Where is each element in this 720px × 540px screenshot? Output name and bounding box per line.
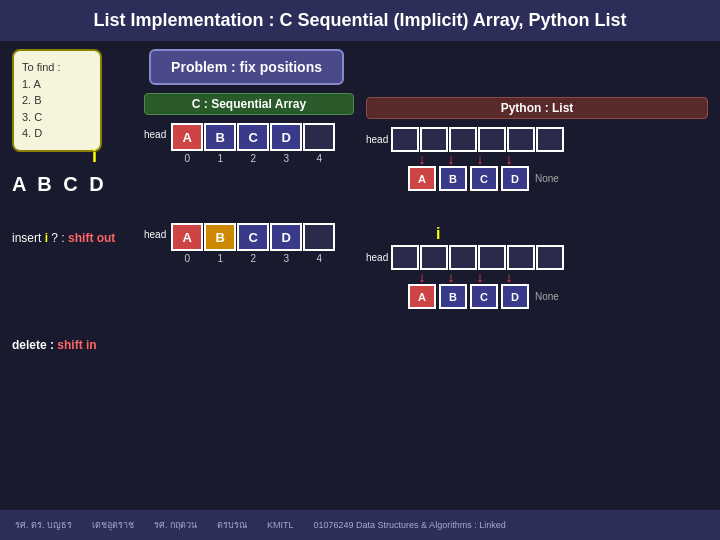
python-delete-section: i head ↓ ↓ ↓ ↓	[366, 225, 708, 309]
py-none-delete: None	[535, 291, 559, 302]
py-del-cell-D: D	[501, 284, 529, 309]
python-insert-section: head ↓ ↓ ↓ ↓ A B C	[366, 127, 708, 191]
footer-author2: เดชอุตราช	[92, 518, 134, 532]
py-none-insert: None	[535, 173, 559, 184]
footer-institution: KMITL	[267, 520, 294, 530]
py-head-insert: head	[366, 134, 388, 145]
py-cell-C: C	[470, 166, 498, 191]
scroll-box: To find : 1. A 2. B 3. C 4. D	[12, 49, 102, 152]
problem-box: Problem : fix positions	[149, 49, 344, 85]
head-label-delete: head	[144, 229, 166, 240]
python-list-label: Python : List	[366, 97, 708, 119]
py-head-delete: head	[366, 252, 388, 263]
cell-C-insert: C	[237, 123, 269, 151]
c-seq-label: C : Sequential Array	[144, 93, 354, 115]
cell-C-delete: C	[237, 223, 269, 251]
footer-author4: ตรบรณ	[217, 518, 247, 532]
cell-empty-delete	[303, 223, 335, 251]
insert-cells-row: A B C D	[171, 123, 335, 151]
footer-course: 01076249 Data Structures & Algorithms : …	[314, 520, 506, 530]
cell-D-insert: D	[270, 123, 302, 151]
py-delete-top-cells	[391, 245, 564, 270]
py-cell-B: B	[439, 166, 467, 191]
i-float-label: i	[92, 146, 132, 167]
insert-label: insert i ? : shift out	[12, 228, 132, 246]
insert-array: A B C D 0 1 2 3 4	[171, 123, 335, 164]
delete-cells-row: A B C D	[171, 223, 335, 251]
scroll-line4: 3. C	[22, 109, 92, 126]
scroll-line3: 2. B	[22, 92, 92, 109]
cell-A-delete: A	[171, 223, 203, 251]
cell-D-delete: D	[270, 223, 302, 251]
insert-section: head A B C D 0 1 2 3 4	[144, 123, 354, 164]
head-label-insert: head	[144, 129, 166, 140]
cell-A-insert: A	[171, 123, 203, 151]
cell-empty-insert	[303, 123, 335, 151]
py-i-label: i	[436, 225, 708, 243]
py-insert-arrows: ↓ ↓ ↓ ↓	[408, 152, 708, 166]
scroll-line2: 1. A	[22, 76, 92, 93]
py-del-cell-A: A	[408, 284, 436, 309]
py-delete-arrows: ↓ ↓ ↓ ↓	[408, 270, 708, 284]
py-insert-bottom-cells: A B C D None	[408, 166, 708, 191]
delete-section: head A B C D 0 1 2 3 4	[144, 223, 354, 264]
py-del-cell-B: B	[439, 284, 467, 309]
scroll-line5: 4. D	[22, 125, 92, 142]
cell-B-delete: B	[204, 223, 236, 251]
footer-author3: รศ. กฤตวน	[154, 518, 197, 532]
py-delete-head-row: head	[366, 245, 708, 270]
delete-label: delete : shift in	[12, 335, 132, 353]
left-panel: To find : 1. A 2. B 3. C 4. D i A B C D …	[12, 49, 132, 498]
page-header: List Implementation : C Sequential (Impl…	[0, 0, 720, 41]
py-insert-head-row: head	[366, 127, 708, 152]
center-panel: Problem : fix positions C : Sequential A…	[144, 49, 354, 498]
cell-B-insert: B	[204, 123, 236, 151]
delete-array: A B C D 0 1 2 3 4	[171, 223, 335, 264]
py-del-cell-C: C	[470, 284, 498, 309]
right-panel: Python : List head ↓ ↓ ↓ ↓	[366, 49, 708, 498]
delete-indices: 0 1 2 3 4	[171, 253, 335, 264]
py-delete-bottom-cells: A B C D None	[408, 284, 708, 309]
insert-indices: 0 1 2 3 4	[171, 153, 335, 164]
py-cell-A: A	[408, 166, 436, 191]
py-insert-top-cells	[391, 127, 564, 152]
py-cell-D: D	[501, 166, 529, 191]
abcd-label: A B C D	[12, 173, 132, 196]
footer: รศ. ดร. บญธร เดชอุตราช รศ. กฤตวน ตรบรณ K…	[0, 510, 720, 540]
scroll-line1: To find :	[22, 59, 92, 76]
footer-author1: รศ. ดร. บญธร	[15, 518, 72, 532]
page-title: List Implementation : C Sequential (Impl…	[93, 10, 626, 30]
